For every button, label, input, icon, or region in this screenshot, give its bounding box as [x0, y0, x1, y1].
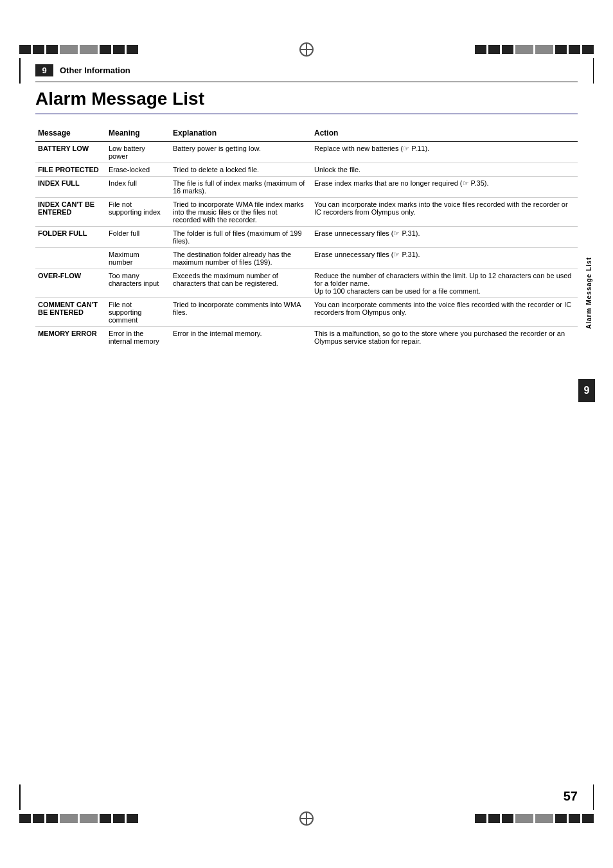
section-title: Other Information — [60, 66, 130, 75]
segment — [502, 45, 513, 54]
cell-meaning: File not supporting index — [106, 198, 170, 227]
border-right-top — [593, 58, 594, 84]
cell-meaning: Low battery power — [106, 142, 170, 163]
table-row: BATTERY LOWLow battery powerBattery powe… — [35, 142, 578, 163]
segment — [80, 45, 98, 54]
section-number: 9 — [35, 64, 53, 76]
segment — [100, 814, 111, 823]
cell-action: Unlock the file. — [312, 163, 578, 177]
segment — [582, 814, 594, 823]
cell-explanation: Tried to incorporate WMA file index mark… — [170, 198, 312, 227]
top-bar-right-segments — [475, 45, 594, 54]
table-row: MEMORY ERRORError in the internal memory… — [35, 327, 578, 348]
cell-action: Erase unnecessary files (☞ P.31). — [312, 227, 578, 248]
bottom-bar-left-segments — [19, 814, 138, 823]
page-heading: Alarm Message List — [35, 89, 578, 114]
bottom-bar — [19, 813, 594, 824]
cell-meaning: Erase-locked — [106, 163, 170, 177]
side-chapter-number: 9 — [578, 379, 595, 402]
segment — [555, 814, 567, 823]
segment — [475, 814, 486, 823]
segment — [569, 814, 580, 823]
table-row: INDEX CAN'T BE ENTEREDFile not supportin… — [35, 198, 578, 227]
segment — [475, 45, 486, 54]
segment — [535, 45, 553, 54]
table-row: FOLDER FULLFolder fullThe folder is full… — [35, 227, 578, 248]
segment — [60, 45, 78, 54]
cell-message: BATTERY LOW — [35, 142, 106, 163]
segment — [113, 814, 125, 823]
border-left-bottom — [19, 784, 21, 810]
segment — [515, 814, 533, 823]
crosshair-bottom — [299, 811, 314, 826]
cell-action: Replace with new batteries (☞ P.11). — [312, 142, 578, 163]
segment — [33, 45, 44, 54]
segment — [535, 814, 553, 823]
cell-message: FOLDER FULL — [35, 227, 106, 248]
alarm-table: Message Meaning Explanation Action BATTE… — [35, 126, 578, 348]
cell-explanation: Error in the internal memory. — [170, 327, 312, 348]
border-right-bottom — [593, 784, 594, 810]
segment — [46, 814, 58, 823]
segment — [488, 45, 500, 54]
cell-meaning: Error in the internal memory — [106, 327, 170, 348]
section-divider — [35, 82, 578, 82]
segment — [127, 45, 138, 54]
segment — [100, 45, 111, 54]
top-bar-center — [138, 42, 475, 57]
top-bar — [19, 44, 594, 55]
cell-explanation: Battery power is getting low. — [170, 142, 312, 163]
segment — [515, 45, 533, 54]
segment — [502, 814, 513, 823]
cell-meaning: Index full — [106, 177, 170, 198]
cell-message: INDEX CAN'T BE ENTERED — [35, 198, 106, 227]
segment — [569, 45, 580, 54]
segment — [127, 814, 138, 823]
segment — [19, 45, 31, 54]
cell-explanation: The folder is full of files (maximum of … — [170, 227, 312, 248]
cell-meaning: Too many characters input — [106, 269, 170, 298]
cell-meaning: File not supporting comment — [106, 298, 170, 327]
cell-message: MEMORY ERROR — [35, 327, 106, 348]
segment — [46, 45, 58, 54]
cell-action: Reduce the number of characters within t… — [312, 269, 578, 298]
bottom-bar-right-segments — [475, 814, 594, 823]
cell-explanation: The file is full of index marks (maximum… — [170, 177, 312, 198]
table-row: Maximum numberThe destination folder alr… — [35, 248, 578, 269]
page: 9 Other Information Alarm Message List M… — [0, 0, 613, 868]
cell-explanation: The destination folder already has the m… — [170, 248, 312, 269]
col-header-message: Message — [35, 126, 106, 142]
cell-message: FILE PROTECTED — [35, 163, 106, 177]
cell-action: You can incorporate comments into the vo… — [312, 298, 578, 327]
table-header-row: Message Meaning Explanation Action — [35, 126, 578, 142]
segment — [488, 814, 500, 823]
segment — [19, 814, 31, 823]
cell-meaning: Folder full — [106, 227, 170, 248]
segment — [113, 45, 125, 54]
cell-message: COMMENT CAN'T BE ENTERED — [35, 298, 106, 327]
col-header-explanation: Explanation — [170, 126, 312, 142]
side-label: Alarm Message List — [585, 257, 592, 329]
border-left-top — [19, 58, 21, 84]
segment — [582, 45, 594, 54]
cell-action: This is a malfunction, so go to the stor… — [312, 327, 578, 348]
segment — [555, 45, 567, 54]
segment — [60, 814, 78, 823]
section-header: 9 Other Information — [35, 64, 578, 76]
page-number: 57 — [564, 789, 578, 804]
cell-message — [35, 248, 106, 269]
crosshair-top — [299, 42, 314, 57]
cell-action: Erase unnecessary files (☞ P.31). — [312, 248, 578, 269]
table-row: COMMENT CAN'T BE ENTEREDFile not support… — [35, 298, 578, 327]
cell-explanation: Tried to incorporate comments into WMA f… — [170, 298, 312, 327]
table-row: OVER-FLOWToo many characters inputExceed… — [35, 269, 578, 298]
cell-action: You can incorporate index marks into the… — [312, 198, 578, 227]
cell-explanation: Exceeds the maximum number of characters… — [170, 269, 312, 298]
cell-explanation: Tried to delete a locked file. — [170, 163, 312, 177]
cell-message: INDEX FULL — [35, 177, 106, 198]
col-header-meaning: Meaning — [106, 126, 170, 142]
cell-message: OVER-FLOW — [35, 269, 106, 298]
segment — [80, 814, 98, 823]
segment — [33, 814, 44, 823]
table-row: INDEX FULLIndex fullThe file is full of … — [35, 177, 578, 198]
